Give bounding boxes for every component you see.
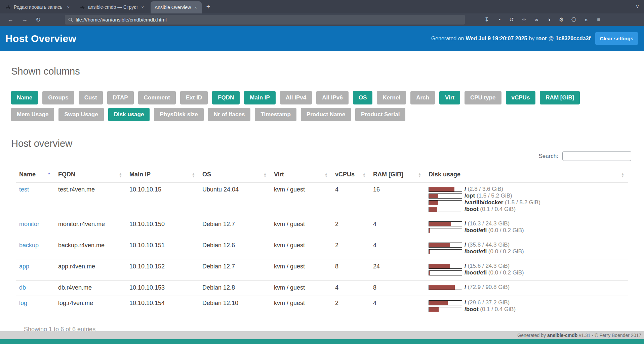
column-toggle-main-ip[interactable]: Main IP xyxy=(244,91,276,104)
column-toggle-physdisk-size[interactable]: PhysDisk size xyxy=(154,108,203,121)
footer-prefix: Generated by xyxy=(517,333,546,338)
host-link-monitor[interactable]: monitor xyxy=(19,221,39,227)
table-search-input[interactable] xyxy=(562,151,631,161)
disk-usage-bar-fill xyxy=(429,207,437,212)
host-link-log[interactable]: log xyxy=(19,300,27,306)
column-toggle-cust[interactable]: Cust xyxy=(79,91,103,104)
column-toggle-row-2: Mem UsageSwap UsageDisk usagePhysDisk si… xyxy=(11,108,633,121)
column-toggle-nr-of-ifaces[interactable]: Nr of Ifaces xyxy=(208,108,251,121)
disk-usage-bar-fill xyxy=(429,271,430,275)
column-toggle-comment[interactable]: Comment xyxy=(138,91,176,104)
forward-icon[interactable]: → xyxy=(17,16,32,23)
column-header-label: Name xyxy=(19,171,36,178)
column-toggle-vcpus[interactable]: vCPUs xyxy=(506,91,536,104)
column-toggle-name[interactable]: Name xyxy=(11,91,38,104)
menu-icon[interactable]: ≡ xyxy=(594,15,604,25)
column-header-disk-usage[interactable]: Disk usage▲▼ xyxy=(425,168,628,182)
column-toggle-virt[interactable]: Virt xyxy=(439,91,460,104)
url-input[interactable] xyxy=(76,17,461,23)
column-toggle-fqdn[interactable]: FQDN xyxy=(212,91,240,104)
close-icon[interactable]: × xyxy=(140,5,145,10)
disk-usage-bar-fill xyxy=(429,222,451,226)
bookmark-star-icon[interactable]: ☆ xyxy=(519,15,529,25)
virt-cell: kvm / guest xyxy=(271,281,332,296)
column-toggle-kernel[interactable]: Kernel xyxy=(377,91,406,104)
librewolf-icon[interactable]: ◑ xyxy=(544,15,554,25)
virt-cell: kvm / guest xyxy=(271,217,332,238)
column-toggle-ext-id[interactable]: Ext ID xyxy=(180,91,208,104)
disk-usage-bar-fill xyxy=(429,194,438,198)
column-toggle-cpu-type[interactable]: CPU type xyxy=(465,91,501,104)
browser-tab-2[interactable]: ansible-cmdb — Структу× xyxy=(76,1,149,13)
column-toggle-all-ipv6[interactable]: All IPv6 xyxy=(316,91,348,104)
download-icon[interactable]: ↧ xyxy=(482,15,492,25)
list-all-tabs-icon[interactable]: ∨ xyxy=(636,3,639,9)
clear-settings-button[interactable]: Clear settings xyxy=(595,32,638,45)
sort-both-icon: ▲▼ xyxy=(325,172,328,177)
column-toggle-dtap[interactable]: DTAP xyxy=(107,91,134,104)
overflow-chevron-icon[interactable]: » xyxy=(581,15,591,25)
virt-cell: kvm / guest xyxy=(271,259,332,281)
vcpus-cell: 4 xyxy=(332,281,370,296)
browser-toolbar: ← → ↻ ↧◔↺☆∞◑⚙⎔»≡ xyxy=(0,13,644,26)
disk-usage-label: /boot/efi (0.0 / 0.2 GiB) xyxy=(465,248,524,255)
host-link-db[interactable]: db xyxy=(19,284,26,291)
history-icon[interactable]: ↺ xyxy=(507,15,517,25)
column-toggle-disk-usage[interactable]: Disk usage xyxy=(108,108,150,121)
reload-icon[interactable]: ↻ xyxy=(32,16,45,24)
host-link-backup[interactable]: backup xyxy=(19,242,39,249)
column-toggle-all-ipv4[interactable]: All IPv4 xyxy=(280,91,312,104)
column-toggle-os[interactable]: OS xyxy=(353,91,373,104)
infinity-icon[interactable]: ∞ xyxy=(531,15,541,25)
main-ip-cell: 10.10.10.153 xyxy=(126,281,199,296)
browser-tab-3[interactable]: Ansible Overview× xyxy=(151,1,202,13)
main-ip-cell: 10.10.10.152 xyxy=(126,259,199,281)
column-toggle-product-serial[interactable]: Product Serial xyxy=(355,108,405,121)
tab-title: Ansible Overview xyxy=(155,5,191,10)
column-header-vcpus[interactable]: vCPUs▲▼ xyxy=(332,168,370,182)
settings-gear-icon[interactable]: ⚙ xyxy=(556,15,566,25)
host-link-app[interactable]: app xyxy=(19,263,29,270)
column-toggle-arch[interactable]: Arch xyxy=(410,91,435,104)
browser-tab-1[interactable]: Редактировать запись "× xyxy=(2,1,74,13)
disk-usage-cell: / (16.3 / 24.3 GiB)/boot/efi (0.0 / 0.2 … xyxy=(425,217,628,238)
fqdn-cell: test.r4ven.me xyxy=(55,182,126,217)
column-header-os[interactable]: OS▲▼ xyxy=(199,168,271,182)
os-cell: Debian 12.7 xyxy=(199,217,271,238)
back-icon[interactable]: ← xyxy=(3,16,17,23)
column-toggle-swap-usage[interactable]: Swap Usage xyxy=(58,108,104,121)
column-header-virt[interactable]: Virt▲▼ xyxy=(271,168,332,182)
disk-usage-line: /boot (0.1 / 0.4 GiB) xyxy=(429,306,625,312)
column-toggle-timestamp[interactable]: Timestamp xyxy=(255,108,296,121)
address-bar[interactable] xyxy=(65,15,465,25)
column-header-name[interactable]: Name▲ xyxy=(16,168,55,182)
clock-icon[interactable]: ◔ xyxy=(494,15,504,25)
column-toggle-row-1: NameGroupsCustDTAPCommentExt IDFQDNMain … xyxy=(11,91,633,104)
ram-cell: 4 xyxy=(370,238,425,259)
column-header-fqdn[interactable]: FQDN▲▼ xyxy=(55,168,126,182)
disk-usage-line: /boot/efi (0.0 / 0.2 GiB) xyxy=(429,227,625,233)
generated-host: 1c8320ccda3f xyxy=(556,36,591,42)
column-toggle-product-name[interactable]: Product Name xyxy=(301,108,351,121)
column-toggle-mem-usage[interactable]: Mem Usage xyxy=(11,108,54,121)
new-tab-button[interactable]: + xyxy=(202,3,215,11)
disk-usage-cell: / (29.6 / 37.2 GiB)/boot (0.1 / 0.4 GiB) xyxy=(425,296,628,317)
generated-info: Generated on Wed Jul 9 19:20:07 2025 by … xyxy=(431,36,591,42)
column-header-main-ip[interactable]: Main IP▲▼ xyxy=(126,168,199,182)
disk-usage-label: /opt (1.5 / 5.2 GiB) xyxy=(465,192,512,199)
close-icon[interactable]: × xyxy=(66,5,70,10)
disk-usage-bar-fill xyxy=(429,243,450,247)
disk-usage-bar xyxy=(429,207,462,212)
disk-usage-bar xyxy=(429,187,462,192)
column-header-ram-gib-[interactable]: RAM [GiB]▲▼ xyxy=(370,168,425,182)
column-toggle-ram-gib-[interactable]: RAM [GiB] xyxy=(540,91,580,104)
virt-cell: kvm / guest xyxy=(271,238,332,259)
host-table: Name▲FQDN▲▼Main IP▲▼OS▲▼Virt▲▼vCPUs▲▼RAM… xyxy=(16,168,628,317)
close-icon[interactable]: × xyxy=(194,5,198,10)
main-ip-cell: 10.10.10.150 xyxy=(126,217,199,238)
sort-both-icon: ▲▼ xyxy=(192,172,195,177)
ram-cell: 8 xyxy=(370,281,425,296)
host-link-test[interactable]: test xyxy=(19,186,29,193)
column-toggle-groups[interactable]: Groups xyxy=(42,91,74,104)
extensions-puzzle-icon[interactable]: ⎔ xyxy=(569,15,579,25)
